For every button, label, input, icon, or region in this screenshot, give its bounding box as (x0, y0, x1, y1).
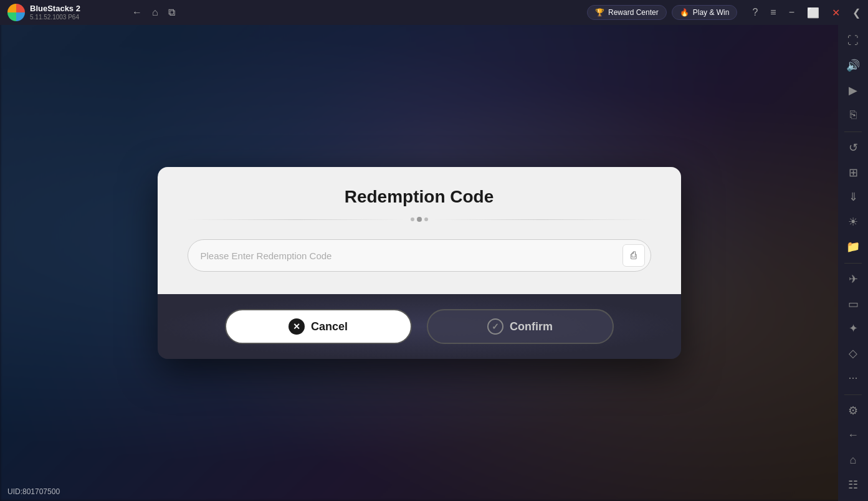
menu-button[interactable]: ≡ (768, 4, 778, 21)
cancel-label: Cancel (311, 320, 348, 333)
modal-overlay: Redemption Code ⎙ (0, 25, 838, 501)
app-title-block: BlueStacks 2 5.11.52.1003 P64 (30, 4, 80, 21)
redemption-dialog: Redemption Code ⎙ (158, 167, 681, 359)
play-win-label: Play & Win (693, 8, 730, 17)
reward-fire-icon: 🏆 (595, 8, 604, 17)
divider-dot-1 (411, 217, 414, 221)
sidebar-camera-icon[interactable]: ⎘ (841, 104, 866, 126)
sidebar-screenshot-icon[interactable]: ☀ (841, 211, 866, 233)
titlebar-nav: ← ⌂ ⧉ (125, 7, 183, 18)
titlebar: BlueStacks 2 5.11.52.1003 P64 ← ⌂ ⧉ 🏆 Re… (0, 0, 868, 25)
restore-button[interactable]: ⬜ (804, 4, 822, 21)
copy-nav-icon[interactable]: ⧉ (168, 7, 175, 18)
titlebar-left: BlueStacks 2 5.11.52.1003 P64 (0, 4, 125, 21)
sidebar-import-icon[interactable]: ⇓ (841, 186, 866, 209)
back-arrow-button[interactable]: ❮ (850, 4, 863, 21)
paste-button[interactable]: ⎙ (622, 244, 645, 267)
reward-center-label: Reward Center (608, 8, 659, 17)
right-sidebar: ⛶ 🔊 ▶ ⎘ ↺ ⊞ ⇓ ☀ 📁 ✈ ▭ ✦ ◇ ··· ⚙ ← ⌂ ☷ (838, 25, 868, 501)
divider-line-left (188, 219, 406, 220)
back-nav-icon[interactable]: ← (132, 7, 142, 18)
divider-line-right (433, 219, 651, 220)
sidebar-apps-icon[interactable]: ⊞ (841, 161, 866, 184)
help-button[interactable]: ? (750, 4, 760, 21)
sidebar-divider-1 (844, 131, 862, 132)
divider-dots (411, 217, 428, 222)
cancel-button[interactable]: ✕ Cancel (225, 309, 412, 344)
confirm-icon: ✓ (487, 318, 503, 335)
sidebar-refresh-icon[interactable]: ↺ (841, 136, 866, 159)
sidebar-back-icon[interactable]: ← (841, 424, 866, 447)
sidebar-phone-icon[interactable]: ▭ (841, 293, 866, 315)
sidebar-divider-3 (844, 394, 862, 395)
divider-dot-3 (424, 217, 428, 221)
sidebar-expand-icon[interactable]: ⛶ (841, 30, 866, 52)
play-win-fire-icon: 🔥 (680, 8, 689, 17)
sidebar-folder-icon[interactable]: 📁 (841, 236, 866, 258)
confirm-button[interactable]: ✓ Confirm (427, 309, 614, 344)
main-area: Redemption Code ⎙ (0, 25, 838, 501)
sidebar-flight-icon[interactable]: ✈ (841, 268, 866, 290)
cancel-icon: ✕ (289, 318, 305, 335)
dialog-top: Redemption Code ⎙ (158, 167, 681, 294)
reward-center-button[interactable]: 🏆 Reward Center (587, 5, 667, 20)
dialog-divider (188, 217, 651, 222)
app-version: 5.11.52.1003 P64 (30, 14, 80, 21)
minimize-button[interactable]: − (786, 4, 797, 21)
window-controls: ? ≡ − ⬜ ✕ ❮ (745, 4, 868, 21)
titlebar-actions: 🏆 Reward Center 🔥 Play & Win (579, 5, 745, 20)
code-input-wrapper: ⎙ (188, 239, 651, 272)
sidebar-volume-icon[interactable]: 🔊 (841, 55, 866, 77)
sidebar-video-icon[interactable]: ▶ (841, 79, 866, 102)
dialog-bottom: ✕ Cancel ✓ Confirm (158, 294, 681, 359)
home-nav-icon[interactable]: ⌂ (152, 7, 158, 18)
close-button[interactable]: ✕ (829, 4, 842, 21)
sidebar-divider-2 (844, 263, 862, 264)
sidebar-more-icon[interactable]: ··· (841, 367, 866, 389)
divider-dot-2 (417, 217, 422, 222)
bluestacks-logo (7, 4, 25, 21)
sidebar-page-icon[interactable]: ☷ (841, 474, 866, 496)
redemption-code-input[interactable] (188, 239, 651, 272)
app-name: BlueStacks 2 (30, 4, 80, 14)
uid-label: UID:801707500 (7, 487, 60, 496)
confirm-label: Confirm (510, 320, 553, 333)
play-win-button[interactable]: 🔥 Play & Win (672, 5, 738, 20)
paste-icon: ⎙ (631, 250, 637, 261)
sidebar-pin-icon[interactable]: ◇ (841, 342, 866, 365)
sidebar-macro-icon[interactable]: ✦ (841, 318, 866, 340)
dialog-title: Redemption Code (188, 187, 651, 207)
sidebar-settings-icon[interactable]: ⚙ (841, 399, 866, 422)
sidebar-home-icon[interactable]: ⌂ (841, 449, 866, 472)
